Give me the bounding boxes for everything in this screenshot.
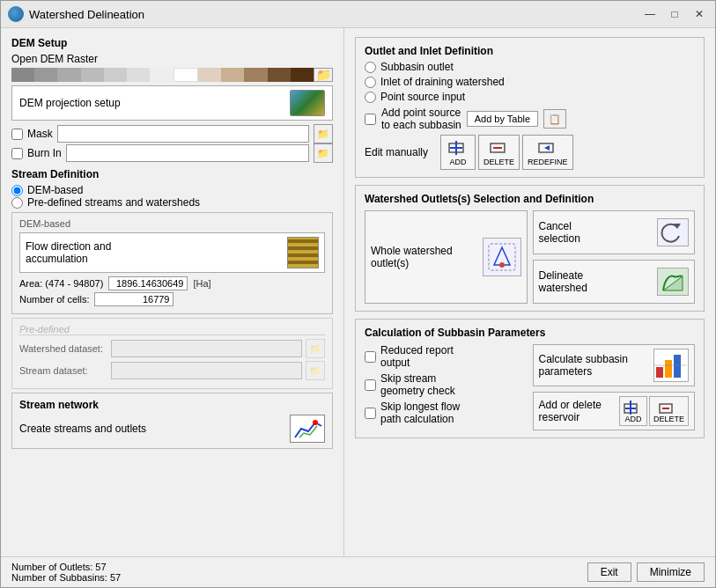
del-res-svg bbox=[659, 399, 678, 415]
cancel-selection-label: Cancelselection bbox=[539, 220, 658, 245]
subbasin-outlet-label: Subbasin outlet bbox=[380, 61, 454, 73]
flow-direction-btn[interactable]: Flow direction andaccumulation bbox=[19, 232, 325, 273]
add-btn-label: ADD bbox=[449, 158, 466, 166]
predefined-radio[interactable] bbox=[11, 197, 23, 209]
cancel-icon bbox=[657, 218, 689, 246]
bottom-buttons: Exit Minimize bbox=[587, 562, 705, 582]
stream-definition-title: Stream Definition bbox=[11, 168, 333, 180]
add-icon bbox=[447, 138, 469, 158]
burn-in-browse-btn[interactable]: 📁 bbox=[314, 143, 333, 163]
minimize-window-btn[interactable]: — bbox=[641, 6, 659, 22]
outlets-count: Number of Outlets: 57 bbox=[11, 562, 121, 572]
watershed-outlet-section: Watershed Outlets(s) Selection and Defin… bbox=[355, 185, 705, 312]
close-window-btn[interactable]: ✕ bbox=[690, 6, 708, 22]
add-reservoir-btn[interactable]: Add or deletereservoir ADD bbox=[533, 392, 696, 430]
stream-dataset-label: Stream dataset: bbox=[19, 365, 107, 376]
inlet-draining-row: Inlet of draining watershed bbox=[365, 76, 695, 88]
point-source-radio[interactable] bbox=[365, 92, 376, 103]
calc-icon bbox=[653, 349, 689, 382]
dem-based-group: DEM-based Flow direction andaccumulation… bbox=[11, 212, 333, 314]
add-point-checkbox[interactable] bbox=[365, 114, 376, 125]
svg-marker-10 bbox=[674, 224, 681, 229]
watershed-dataset-label: Watershed dataset: bbox=[19, 343, 107, 354]
color-seg-2 bbox=[34, 68, 57, 82]
reduced-report-label: Reduced reportoutput bbox=[380, 344, 454, 369]
dem-color-bar: 📁 bbox=[11, 68, 333, 82]
redefine-btn-label: REDEFINE bbox=[528, 158, 568, 166]
color-seg-3 bbox=[57, 68, 80, 82]
cancel-selection-btn[interactable]: Cancelselection bbox=[533, 210, 696, 254]
del-res-icon: DELETE bbox=[649, 396, 689, 426]
color-seg-1 bbox=[11, 68, 34, 82]
inlet-draining-label: Inlet of draining watershed bbox=[380, 76, 505, 88]
dem-browse-btn[interactable]: 📁 bbox=[314, 68, 333, 82]
reservoir-icons: ADD DELETE bbox=[619, 396, 689, 426]
dem-based-radio[interactable] bbox=[11, 185, 23, 196]
watershed-grid: Whole watershedoutlet(s) Cancelselection bbox=[365, 210, 695, 304]
svg-rect-11 bbox=[656, 367, 663, 378]
title-bar: Watershed Delineation — □ ✕ bbox=[1, 1, 715, 28]
create-streams-label: Create streams and outlets bbox=[19, 423, 146, 435]
subbasin-outlet-row: Subbasin outlet bbox=[365, 61, 695, 73]
exit-btn[interactable]: Exit bbox=[587, 562, 631, 582]
reduced-report-checkbox[interactable] bbox=[365, 351, 376, 363]
grid-icon bbox=[287, 237, 319, 268]
watershed-dataset-input bbox=[111, 340, 302, 357]
skip-stream-label: Skip streamgeometry check bbox=[380, 372, 455, 397]
color-seg-11 bbox=[244, 68, 267, 82]
redefine-point-btn[interactable]: REDEFINE bbox=[522, 135, 573, 170]
whole-watershed-btn[interactable]: Whole watershedoutlet(s) bbox=[365, 210, 528, 304]
minimize-btn[interactable]: Minimize bbox=[637, 562, 705, 582]
maximize-window-btn[interactable]: □ bbox=[666, 6, 683, 22]
color-seg-9 bbox=[198, 68, 221, 82]
svg-rect-13 bbox=[674, 355, 681, 378]
dem-projection-label: DEM projection setup bbox=[19, 97, 121, 109]
color-seg-10 bbox=[221, 68, 244, 82]
area-value: 1896.14630649 bbox=[108, 276, 188, 290]
delineate-watershed-btn[interactable]: Delineatewatershed bbox=[533, 260, 696, 304]
stream-svg bbox=[291, 415, 324, 442]
delete-point-btn[interactable]: DELETE bbox=[478, 135, 520, 170]
add-table-icon-btn[interactable]: 📋 bbox=[543, 109, 566, 129]
mask-checkbox[interactable] bbox=[11, 129, 23, 140]
skip-stream-row: Skip streamgeometry check bbox=[365, 372, 528, 397]
add-point-btn[interactable]: ADD bbox=[440, 135, 476, 170]
outlet-radio-group: Subbasin outlet Inlet of draining waters… bbox=[365, 61, 695, 103]
predefined-group-label: Pre-defined bbox=[19, 324, 325, 335]
delineate-svg bbox=[660, 269, 686, 294]
add-by-table-btn[interactable]: Add by Table bbox=[467, 111, 538, 127]
burn-in-input[interactable] bbox=[66, 144, 309, 162]
subbasin-outlet-radio[interactable] bbox=[365, 62, 376, 73]
mask-input[interactable] bbox=[57, 125, 309, 143]
skip-stream-checkbox[interactable] bbox=[365, 379, 376, 391]
skip-longest-label: Skip longest flowpath calculation bbox=[380, 401, 460, 425]
mask-folder-icon: 📁 bbox=[317, 129, 329, 140]
add-point-label: Add point sourceto each subbasin bbox=[381, 107, 461, 131]
subbasins-count: Number of Subbasins: 57 bbox=[11, 572, 121, 583]
mask-browse-btn[interactable]: 📁 bbox=[314, 124, 333, 143]
main-content: DEM Setup Open DEM Raster bbox=[1, 28, 715, 556]
edit-manually-label: Edit manually bbox=[365, 146, 435, 158]
burn-in-label: Burn In bbox=[27, 147, 62, 159]
bottom-bar: Number of Outlets: 57 Number of Subbasin… bbox=[1, 556, 715, 587]
dem-projection-btn[interactable]: DEM projection setup bbox=[11, 85, 333, 121]
whole-watershed-label: Whole watershedoutlet(s) bbox=[371, 245, 483, 269]
create-streams-row: Create streams and outlets bbox=[19, 415, 325, 443]
mask-row: Mask 📁 bbox=[11, 124, 333, 143]
calc-subbasin-btn[interactable]: Calculate subbasinparameters bbox=[533, 344, 696, 386]
del-res-btn-label: DELETE bbox=[653, 415, 684, 423]
subbasin-title: Calculation of Subbasin Parameters bbox=[365, 327, 695, 339]
predefined-radio-row: Pre-defined streams and watersheds bbox=[11, 196, 333, 209]
subbasin-grid: Reduced reportoutput Skip streamgeometry… bbox=[365, 344, 695, 430]
area-row: Area: (474 - 94807) 1896.14630649 [Ha] bbox=[19, 276, 325, 290]
open-dem-label: Open DEM Raster bbox=[11, 53, 98, 65]
burn-folder-icon: 📁 bbox=[317, 148, 329, 159]
window-controls: — □ ✕ bbox=[641, 6, 708, 22]
inlet-draining-radio[interactable] bbox=[365, 77, 376, 88]
watershed-browse-btn: 📁 bbox=[306, 339, 325, 358]
burn-in-checkbox[interactable] bbox=[11, 148, 23, 159]
redefine-icon bbox=[537, 138, 558, 158]
area-label: Area: (474 - 94807) bbox=[19, 278, 103, 289]
table-icon: 📋 bbox=[549, 114, 561, 125]
skip-longest-checkbox[interactable] bbox=[365, 408, 376, 419]
